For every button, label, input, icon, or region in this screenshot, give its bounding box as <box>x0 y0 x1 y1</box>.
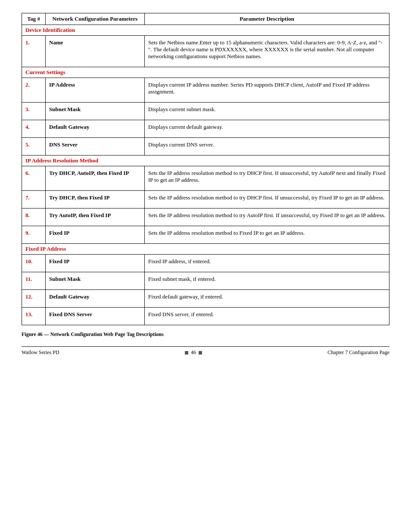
table-row: 7.Try DHCP, then Fixed IPSets the IP add… <box>22 191 389 208</box>
param-cell: Try AutoIP, then Fixed IP <box>46 208 145 226</box>
footer-center: 46 <box>185 349 202 356</box>
section-label: Current Settings <box>25 69 65 75</box>
tag-cell: 6. <box>22 166 46 191</box>
tag-number: 1. <box>25 39 30 46</box>
param-name: Fixed IP <box>49 258 69 264</box>
param-name: Subnet Mask <box>49 276 81 282</box>
tag-cell: 2. <box>22 78 46 103</box>
tag-number: 3. <box>25 106 30 112</box>
tag-number: 2. <box>25 81 30 88</box>
footer-right: Chapter 7 Configuration Page <box>327 349 389 356</box>
param-name: Try AutoIP, then Fixed IP <box>49 212 111 218</box>
param-name: Try DHCP, AutoIP, then Fixed IP <box>49 170 129 176</box>
table-row: 8.Try AutoIP, then Fixed IPSets the IP a… <box>22 208 389 226</box>
tag-number: 12. <box>25 293 32 300</box>
param-cell: Try DHCP, then Fixed IP <box>46 191 145 208</box>
param-name: Fixed DNS Server <box>49 311 92 317</box>
param-cell: Default Gateway <box>46 290 145 308</box>
table-row: 9.Fixed IPSets the IP address resolution… <box>22 226 389 244</box>
tag-cell: 9. <box>22 226 46 244</box>
param-name: Try DHCP, then Fixed IP <box>49 194 109 201</box>
section-header-cell: IP Address Resolution Method <box>22 156 389 166</box>
section-label: IP Address Resolution Method <box>25 157 98 164</box>
table-row: 5.DNS ServerDisplays current DNS server. <box>22 138 389 156</box>
tag-number: 9. <box>25 230 30 236</box>
param-cell: Fixed DNS Server <box>46 308 145 325</box>
tag-number: 6. <box>25 170 30 176</box>
table-row: 12.Default GatewayFixed default gateway,… <box>22 290 389 308</box>
desc-cell: Sets the IP address resolution method to… <box>145 191 389 208</box>
tag-number: 7. <box>25 194 30 201</box>
tag-cell: 4. <box>22 120 46 138</box>
table-row: 1.NameSets the Netbios name.Enter up to … <box>22 36 389 67</box>
param-cell: Subnet Mask <box>46 272 145 290</box>
table-row: 3.Subnet MaskDisplays current subnet mas… <box>22 103 389 120</box>
param-cell: Try DHCP, AutoIP, then Fixed IP <box>46 166 145 191</box>
table-row: 4.Default GatewayDisplays current defaul… <box>22 120 389 138</box>
tag-cell: 12. <box>22 290 46 308</box>
tag-cell: 7. <box>22 191 46 208</box>
table-row: 10.Fixed IPFixed IP address, if entered. <box>22 255 389 272</box>
desc-cell: Sets the Netbios name.Enter up to 15 alp… <box>145 36 389 67</box>
page-content: Tag # Network Configuration Parameters P… <box>22 13 389 356</box>
tag-number: 8. <box>25 212 30 218</box>
desc-cell: Fixed default gateway, if entered. <box>145 290 389 308</box>
desc-cell: Sets the IP address resolution method to… <box>145 208 389 226</box>
param-name: Default Gateway <box>49 124 90 130</box>
desc-cell: Fixed subnet mask, if entered. <box>145 272 389 290</box>
desc-cell: Sets the IP address resolution method to… <box>145 166 389 191</box>
desc-cell: Fixed DNS server, if entered. <box>145 308 389 325</box>
desc-cell: Displays current subnet mask. <box>145 103 389 120</box>
section-header-cell: Current Settings <box>22 67 389 78</box>
tag-number: 10. <box>25 258 32 264</box>
main-table: Tag # Network Configuration Parameters P… <box>22 13 389 325</box>
tag-cell: 10. <box>22 255 46 272</box>
param-cell: Fixed IP <box>46 255 145 272</box>
tag-cell: 3. <box>22 103 46 120</box>
footer-square-right <box>199 351 202 355</box>
desc-cell: Displays current IP address number. Seri… <box>145 78 389 103</box>
param-name: Name <box>49 39 63 46</box>
param-name: DNS Server <box>49 141 78 148</box>
section-header-cell: Device Identification <box>22 25 389 36</box>
param-cell: DNS Server <box>46 138 145 156</box>
figure-caption: Figure 46 — Network Configuration Web Pa… <box>22 331 389 338</box>
footer: Watlow Series PD 46 Chapter 7 Configurat… <box>22 346 389 356</box>
footer-square-left <box>185 351 188 355</box>
footer-page: 46 <box>191 349 196 356</box>
param-name: Default Gateway <box>49 293 90 300</box>
tag-cell: 8. <box>22 208 46 226</box>
desc-cell: Sets the IP address resolution method to… <box>145 226 389 244</box>
param-cell: Name <box>46 36 145 67</box>
tag-cell: 13. <box>22 308 46 325</box>
param-name: Subnet Mask <box>49 106 81 112</box>
header-tag: Tag # <box>22 13 46 25</box>
param-cell: Default Gateway <box>46 120 145 138</box>
section-label: Device Identification <box>25 27 75 33</box>
tag-cell: 1. <box>22 36 46 67</box>
param-name: Fixed IP <box>49 230 69 236</box>
tag-number: 13. <box>25 311 32 317</box>
header-desc: Parameter Description <box>145 13 389 25</box>
table-row: 11.Subnet MaskFixed subnet mask, if ente… <box>22 272 389 290</box>
tag-number: 5. <box>25 141 30 148</box>
desc-cell: Displays current DNS server. <box>145 138 389 156</box>
header-param: Network Configuration Parameters <box>46 13 145 25</box>
tag-cell: 5. <box>22 138 46 156</box>
param-name: IP Address <box>49 81 75 88</box>
param-cell: IP Address <box>46 78 145 103</box>
section-label: Fixed IP Address <box>25 246 66 252</box>
tag-cell: 11. <box>22 272 46 290</box>
desc-cell: Displays current default gateway. <box>145 120 389 138</box>
table-row: 2.IP AddressDisplays current IP address … <box>22 78 389 103</box>
table-row: 13.Fixed DNS ServerFixed DNS server, if … <box>22 308 389 325</box>
section-header-cell: Fixed IP Address <box>22 244 389 255</box>
param-cell: Fixed IP <box>46 226 145 244</box>
param-cell: Subnet Mask <box>46 103 145 120</box>
tag-number: 4. <box>25 124 30 130</box>
desc-cell: Fixed IP address, if entered. <box>145 255 389 272</box>
footer-left: Watlow Series PD <box>22 349 59 356</box>
tag-number: 11. <box>25 276 32 282</box>
table-row: 6.Try DHCP, AutoIP, then Fixed IPSets th… <box>22 166 389 191</box>
